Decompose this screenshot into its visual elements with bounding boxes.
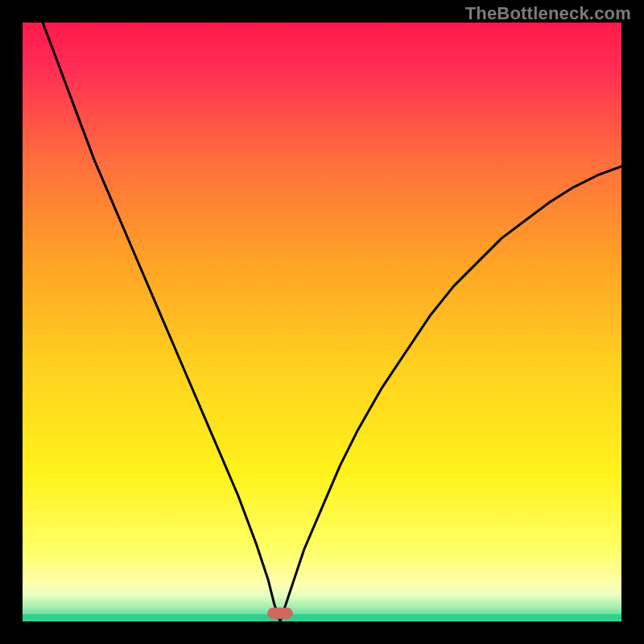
watermark-text: TheBottleneck.com [465,3,631,24]
chart-svg [23,23,621,621]
chart-frame: TheBottleneck.com [0,0,644,644]
svg-rect-0 [267,608,293,619]
optimal-marker [267,608,293,619]
baseline-green-band [23,614,621,621]
gradient-background [23,23,621,621]
plot-area [23,23,621,621]
